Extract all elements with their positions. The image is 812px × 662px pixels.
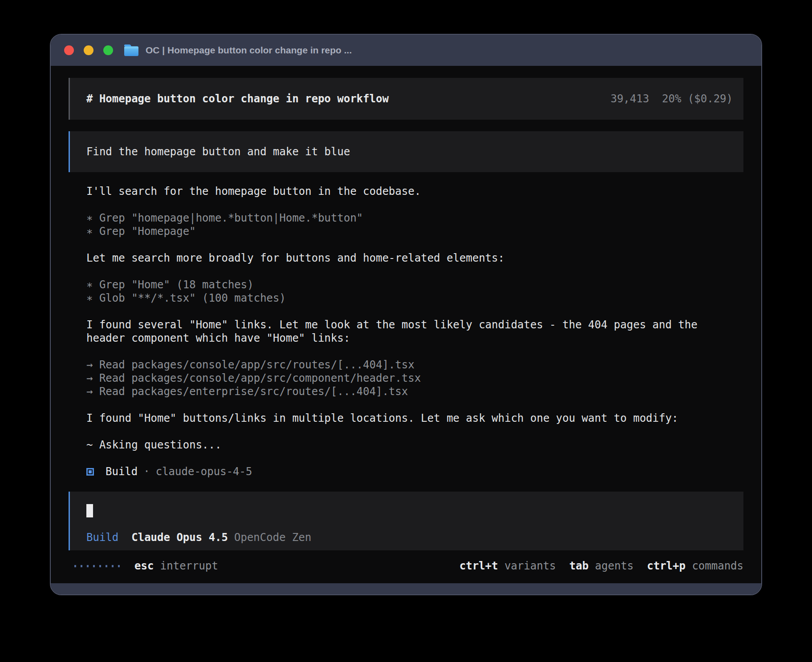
tool-call-grep: ∗ Grep "Homepage" — [86, 225, 743, 238]
agent-model: claude-opus-4-5 — [156, 465, 252, 478]
tool-call-group: → Read packages/console/app/src/routes/[… — [86, 358, 743, 398]
terminal-content: # Homepage button color change in repo w… — [51, 66, 761, 583]
input-model-label: Claude Opus 4.5 — [131, 531, 228, 544]
assistant-paragraph: I found "Home" buttons/links in multiple… — [86, 412, 743, 425]
tool-call-read: → Read packages/console/app/src/componen… — [86, 371, 743, 385]
tool-call-grep: ∗ Grep "Home" (18 matches) — [86, 278, 743, 291]
input-meta: Build Claude Opus 4.5 OpenCode Zen — [86, 531, 733, 544]
traffic-lights — [64, 45, 113, 55]
status-right: ctrl+t variants tab agents ctrl+p comman… — [459, 559, 743, 573]
assistant-paragraph: I found several "Home" links. Let me loo… — [86, 318, 743, 345]
user-message: Find the homepage button and make it blu… — [69, 131, 743, 172]
tool-call-group: ∗ Grep "homepage|home.*button|Home.*butt… — [86, 211, 743, 238]
agent-square-icon — [86, 468, 94, 476]
user-message-text: Find the homepage button and make it blu… — [86, 145, 350, 158]
terminal-window: OC | Homepage button color change in rep… — [50, 34, 762, 595]
input-agent-label: Build — [86, 531, 118, 544]
tool-call-glob: ∗ Glob "**/*.tsx" (100 matches) — [86, 291, 743, 305]
desktop: { "titlebar": { "title": "OC | Homepage … — [0, 0, 812, 662]
tool-call-group: ∗ Grep "Home" (18 matches) ∗ Glob "**/*.… — [86, 278, 743, 305]
zoom-button[interactable] — [103, 45, 113, 55]
prompt-input[interactable]: Build Claude Opus 4.5 OpenCode Zen — [69, 492, 743, 550]
hint-agents: tab agents — [569, 559, 634, 573]
hint-commands: ctrl+p commands — [647, 559, 743, 573]
session-stats: 39,413 20% ($0.29) — [610, 92, 733, 105]
session-title: # Homepage button color change in repo w… — [86, 92, 389, 105]
tool-call-read: → Read packages/enterprise/src/routes/[.… — [86, 385, 743, 398]
text-cursor — [86, 504, 93, 517]
minimize-button[interactable] — [84, 45, 93, 55]
badge-separator: · — [143, 465, 150, 478]
hint-variants: ctrl+t variants — [459, 559, 556, 573]
folder-icon — [123, 44, 139, 57]
close-button[interactable] — [64, 45, 74, 55]
status-bar: esc interrupt ctrl+t variants tab agents… — [69, 559, 743, 573]
tool-call-read: → Read packages/console/app/src/routes/[… — [86, 358, 743, 371]
asking-questions-status: ~ Asking questions... — [86, 438, 743, 452]
hint-interrupt: esc interrupt — [134, 559, 218, 573]
agent-badge: Build · claude-opus-4-5 — [86, 465, 743, 478]
status-left: esc interrupt — [69, 559, 218, 573]
assistant-paragraph: I'll search for the homepage button in t… — [86, 185, 743, 198]
working-status: ~ Asking questions... — [86, 438, 743, 452]
assistant-paragraph: Let me search more broadly for buttons a… — [86, 251, 743, 265]
conversation: I'll search for the homepage button in t… — [69, 185, 743, 478]
spinner-dots-icon — [74, 565, 120, 567]
input-provider-label: OpenCode Zen — [234, 531, 311, 544]
titlebar: OC | Homepage button color change in rep… — [51, 35, 761, 66]
tool-call-grep: ∗ Grep "homepage|home.*button|Home.*butt… — [86, 211, 743, 225]
window-bottom-chrome — [51, 583, 761, 594]
agent-name: Build — [106, 465, 138, 478]
session-header: # Homepage button color change in repo w… — [69, 78, 743, 120]
window-title: OC | Homepage button color change in rep… — [146, 45, 352, 56]
